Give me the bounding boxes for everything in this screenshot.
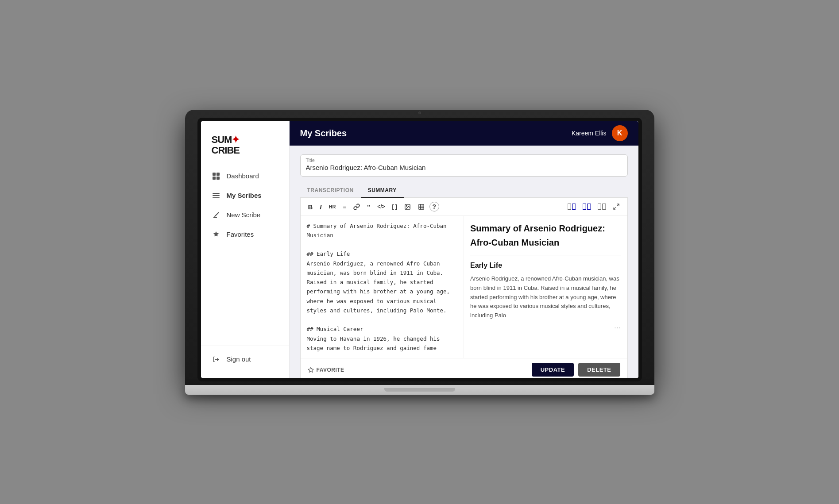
svg-rect-17 — [587, 204, 590, 209]
nav-items: Dashboard My Scribes — [201, 166, 289, 342]
svg-rect-5 — [213, 195, 220, 196]
preview-more: … — [614, 320, 621, 332]
help-button[interactable]: ? — [429, 202, 439, 212]
webcam-icon — [418, 112, 421, 114]
link-button[interactable] — [351, 202, 362, 212]
top-bar: My Scribes Kareem Ellis K — [290, 121, 638, 146]
svg-rect-3 — [217, 177, 220, 180]
sidebar-item-dashboard-label: Dashboard — [227, 172, 259, 180]
svg-rect-2 — [213, 177, 216, 180]
sidebar-item-new-scribe[interactable]: New Scribe — [201, 205, 289, 225]
svg-rect-19 — [602, 204, 605, 209]
editor-text: # Summary of Arsenio Rodriguez: Afro-Cub… — [307, 221, 458, 353]
sidebar-item-sign-out-label: Sign out — [227, 355, 251, 363]
delete-button[interactable]: DELETE — [578, 363, 620, 377]
sidebar-item-favorites-label: Favorites — [227, 231, 254, 238]
nav-divider — [201, 346, 289, 346]
sidebar-item-favorites[interactable]: Favorites — [201, 225, 289, 244]
svg-point-8 — [406, 205, 407, 206]
screen-bezel: SUM✦ CRIBE — [197, 118, 642, 381]
preview-section1-text: Arsenio Rodriguez, a renowned Afro-Cuban… — [470, 274, 621, 320]
svg-marker-22 — [308, 367, 313, 372]
dashboard-icon — [212, 172, 220, 181]
hr-button[interactable]: HR — [327, 203, 338, 211]
screen: SUM✦ CRIBE — [201, 121, 638, 378]
svg-rect-15 — [572, 204, 575, 209]
preview-heading: Summary of Arsenio Rodriguez: Afro-Cuban… — [470, 221, 621, 250]
main-content: My Scribes Kareem Ellis K Title — [290, 121, 638, 378]
laptop-hinge — [384, 388, 455, 392]
list-button[interactable]: ≡ — [340, 202, 348, 212]
sidebar-item-sign-out[interactable]: Sign out — [201, 350, 289, 369]
svg-rect-18 — [598, 204, 601, 209]
preview-pane: Summary of Arsenio Rodriguez: Afro-Cuban… — [464, 216, 627, 358]
editor-container: B I HR ≡ " </> [ ] — [300, 198, 628, 378]
quote-button[interactable]: " — [365, 202, 372, 212]
svg-rect-14 — [568, 204, 571, 209]
svg-rect-0 — [213, 173, 216, 176]
image-button[interactable] — [402, 202, 413, 212]
fullscreen-btn[interactable] — [611, 202, 622, 212]
svg-line-20 — [617, 204, 619, 206]
logo: SUM✦ CRIBE — [201, 130, 289, 166]
svg-rect-6 — [213, 197, 220, 198]
sidebar: SUM✦ CRIBE — [201, 121, 290, 378]
table-button[interactable] — [416, 202, 427, 212]
action-buttons: UPDATE DELETE — [532, 363, 620, 377]
toolbar-right — [565, 202, 622, 212]
sidebar-item-new-scribe-label: New Scribe — [227, 211, 261, 219]
laptop-body: SUM✦ CRIBE — [185, 110, 654, 385]
split-pane: # Summary of Arsenio Rodriguez: Afro-Cub… — [301, 216, 627, 358]
tab-summary[interactable]: SUMMARY — [361, 184, 404, 198]
avatar[interactable]: K — [612, 125, 628, 141]
favorite-button[interactable]: FAVORITE — [308, 367, 344, 373]
laptop-container: SUM✦ CRIBE — [185, 110, 654, 395]
svg-rect-9 — [419, 204, 424, 209]
logo-text: SUM✦ CRIBE — [212, 135, 278, 156]
user-area: Kareem Ellis K — [572, 125, 628, 141]
svg-rect-4 — [213, 193, 220, 194]
preview-view-btn[interactable] — [595, 202, 608, 211]
favorite-label: FAVORITE — [317, 367, 344, 373]
bracket-button[interactable]: [ ] — [390, 202, 399, 211]
preview-divider — [470, 255, 621, 255]
new-scribe-icon — [212, 211, 220, 219]
tab-transcription[interactable]: TRANSCRIPTION — [300, 184, 361, 198]
bold-button[interactable]: B — [306, 202, 315, 212]
svg-line-21 — [614, 207, 616, 209]
title-input[interactable] — [306, 164, 622, 171]
split-view-btn-1[interactable] — [565, 202, 578, 211]
preview-section1-title: Early Life — [470, 260, 621, 271]
split-view-btn-2[interactable] — [580, 202, 593, 211]
sidebar-item-my-scribes-label: My Scribes — [227, 192, 262, 199]
code-button[interactable]: </> — [375, 202, 387, 211]
sidebar-item-my-scribes[interactable]: My Scribes — [201, 186, 289, 205]
update-button[interactable]: UPDATE — [532, 363, 574, 377]
page-title: My Scribes — [300, 128, 347, 139]
favorites-icon — [212, 230, 220, 239]
sign-out-icon — [212, 355, 220, 364]
user-name: Kareem Ellis — [572, 130, 607, 137]
sign-out-section: Sign out — [201, 350, 289, 378]
title-field-wrapper: Title — [300, 154, 628, 177]
laptop-base — [185, 385, 654, 395]
bottom-bar: FAVORITE UPDATE DELETE — [301, 358, 627, 378]
sidebar-item-dashboard[interactable]: Dashboard — [201, 166, 289, 186]
tabs-row: TRANSCRIPTION SUMMARY — [300, 184, 628, 198]
my-scribes-icon — [212, 191, 220, 200]
italic-button[interactable]: I — [317, 202, 324, 212]
editor-toolbar: B I HR ≡ " </> [ ] — [301, 198, 627, 216]
svg-rect-1 — [217, 173, 220, 176]
svg-rect-16 — [583, 204, 586, 209]
editor-pane[interactable]: # Summary of Arsenio Rodriguez: Afro-Cub… — [301, 216, 464, 358]
title-label: Title — [306, 158, 622, 163]
content-area: Title TRANSCRIPTION SUMMARY — [290, 146, 638, 378]
